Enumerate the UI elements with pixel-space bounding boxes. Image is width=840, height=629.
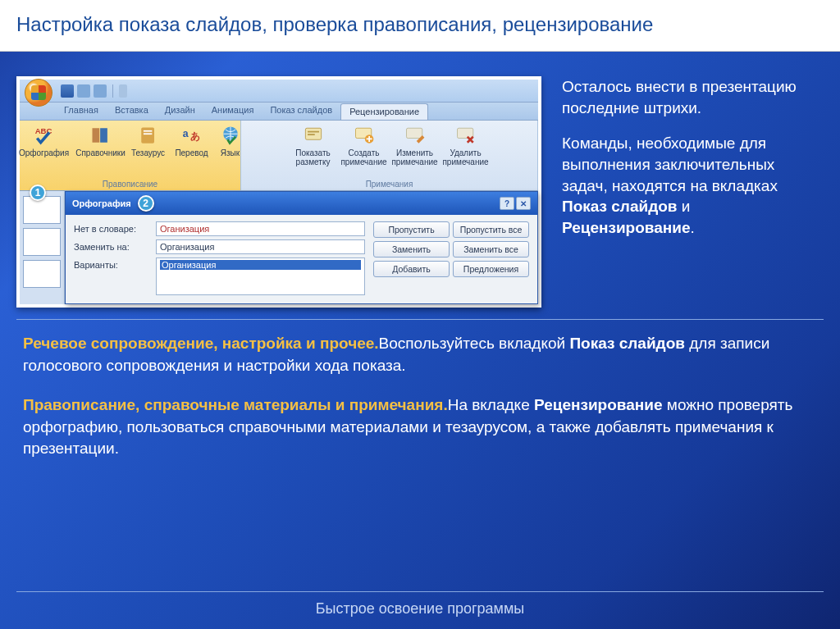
show-markup-label: Показать разметку: [290, 148, 336, 166]
research-icon: [89, 124, 112, 147]
tab-slideshow[interactable]: Показ слайдов: [262, 103, 340, 120]
delete-comment-icon: [454, 124, 477, 147]
new-comment-icon: [353, 124, 376, 147]
svg-rect-2: [100, 128, 107, 143]
change-to-field[interactable]: Организация: [156, 239, 365, 254]
group-proofing-label: Правописание: [103, 180, 158, 189]
svg-rect-15: [457, 128, 472, 138]
svg-rect-1: [92, 128, 99, 143]
side-p1: Осталось внести в презентацию последние …: [562, 76, 824, 118]
markup-icon: [302, 124, 325, 147]
spelling-button[interactable]: ABC Орфография: [16, 124, 73, 157]
workspace: Орфография 2 ? ✕ Нет в словаре: Оганизац…: [20, 191, 538, 304]
show-markup-button[interactable]: Показать разметку: [290, 124, 336, 166]
edit-comment-button[interactable]: Изменить примечание: [392, 124, 438, 166]
spelling-icon: ABC: [33, 124, 56, 147]
ignore-all-button[interactable]: Пропустить все: [453, 221, 529, 238]
edit-comment-label: Изменить примечание: [391, 148, 437, 166]
side-p2-b1: Показ слайдов: [562, 198, 678, 215]
suggest-button[interactable]: Предложения: [453, 261, 529, 277]
research-button[interactable]: Справочники: [78, 124, 124, 157]
tab-animation[interactable]: Анимация: [203, 103, 262, 120]
body-p2b: Рецензирование: [534, 396, 663, 413]
side-p2-and: и: [678, 198, 691, 215]
side-p2: Команды, необходимые для выполнения закл…: [562, 133, 824, 238]
callout-1: 1: [30, 185, 46, 201]
redo-icon[interactable]: [94, 84, 107, 98]
qat-separator: [112, 84, 113, 98]
tab-insert[interactable]: Вставка: [107, 103, 157, 120]
side-p2-end: .: [691, 219, 695, 236]
callout-2: 2: [138, 195, 154, 212]
qat-dropdown-icon[interactable]: [119, 84, 127, 98]
spelling-dialog: Орфография 2 ? ✕ Нет в словаре: Оганизац…: [65, 191, 538, 304]
quick-access-toolbar: [20, 80, 538, 103]
ribbon: 1 ABC Орфография Сп: [20, 121, 538, 191]
delete-comment-button[interactable]: Удалить примечание: [443, 124, 489, 166]
ignore-button[interactable]: Пропустить: [373, 221, 450, 238]
side-p2a: Команды, необходимые для выполнения закл…: [562, 134, 778, 194]
change-to-label: Заменить на:: [74, 239, 148, 252]
suggestions-list[interactable]: Организация: [156, 258, 365, 295]
thesaurus-button[interactable]: Тезаурус: [129, 124, 168, 157]
dialog-title-text: Орфография: [72, 198, 131, 208]
body-h2: Правописание, справочные материалы и при…: [23, 396, 448, 413]
slide-thumb[interactable]: [23, 260, 61, 288]
office-window: Главная Вставка Дизайн Анимация Показ сл…: [16, 76, 541, 308]
translate-label: Перевод: [175, 148, 208, 157]
not-in-dict-field[interactable]: Оганизация: [156, 221, 365, 236]
delete-comment-label: Удалить примечание: [442, 148, 488, 166]
new-comment-label: Создать примечание: [340, 148, 386, 166]
change-button[interactable]: Заменить: [373, 241, 450, 258]
svg-rect-10: [308, 131, 319, 133]
edit-comment-icon: [404, 124, 427, 147]
undo-icon[interactable]: [77, 84, 90, 98]
office-button[interactable]: [25, 79, 52, 107]
add-button[interactable]: Добавить: [373, 261, 450, 277]
save-icon[interactable]: [61, 84, 74, 98]
svg-rect-4: [143, 130, 152, 132]
group-comments: Показать разметку Создать примечание: [241, 121, 538, 190]
svg-rect-3: [141, 127, 154, 143]
body-p1a: Воспользуйтесь вкладкой: [379, 335, 570, 352]
side-text: Осталось внести в презентацию последние …: [562, 76, 824, 308]
thesaurus-icon: [137, 124, 160, 147]
tab-home[interactable]: Главная: [56, 103, 107, 120]
translate-button[interactable]: aあ Перевод: [173, 124, 211, 157]
svg-rect-5: [143, 133, 152, 134]
not-in-dict-label: Нет в словаре:: [74, 221, 148, 234]
side-p2-b2: Рецензирование: [562, 219, 691, 236]
svg-text:a: a: [182, 128, 188, 139]
page-title: Настройка показа слайдов, проверка право…: [0, 0, 840, 52]
translate-icon: aあ: [180, 124, 203, 147]
footer-text: Быстрое освоение программы: [16, 591, 824, 618]
body-h1: Речевое сопровождение, настройка и проче…: [23, 335, 379, 352]
change-all-button[interactable]: Заменить все: [453, 241, 529, 258]
new-comment-button[interactable]: Создать примечание: [341, 124, 387, 166]
language-label: Язык: [221, 148, 240, 157]
help-icon[interactable]: ?: [500, 197, 514, 210]
research-label: Справочники: [75, 148, 126, 157]
language-icon: [219, 124, 242, 147]
svg-text:あ: あ: [190, 130, 200, 142]
ribbon-tabs: Главная Вставка Дизайн Анимация Показ сл…: [20, 103, 538, 121]
body-p1b: Показ слайдов: [569, 335, 685, 352]
body-text: Речевое сопровождение, настройка и проче…: [0, 333, 840, 486]
divider: [16, 319, 824, 320]
spelling-label: Орфография: [19, 148, 69, 157]
body-p2a: На вкладке: [448, 396, 534, 413]
group-proofing: ABC Орфография Справочники: [20, 121, 241, 190]
slide-thumbnails: [20, 191, 65, 304]
svg-rect-11: [308, 134, 315, 135]
tab-review[interactable]: Рецензирование: [340, 103, 428, 120]
suggestion-item[interactable]: Организация: [160, 260, 361, 270]
close-icon[interactable]: ✕: [516, 197, 531, 210]
group-comments-label: Примечания: [366, 180, 413, 189]
dialog-titlebar: Орфография 2 ? ✕: [66, 192, 537, 215]
slide-thumb[interactable]: [23, 196, 61, 224]
slide-thumb[interactable]: [23, 228, 61, 256]
svg-rect-14: [406, 128, 422, 138]
suggestions-label: Варианты:: [74, 258, 148, 270]
thesaurus-label: Тезаурус: [131, 148, 165, 157]
tab-design[interactable]: Дизайн: [157, 103, 203, 120]
